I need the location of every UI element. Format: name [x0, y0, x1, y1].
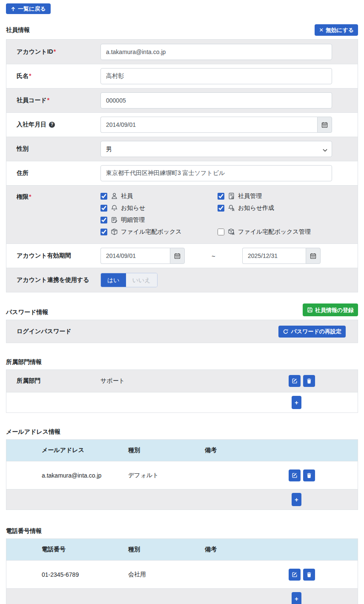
- validity-period-label: アカウント有効期間: [6, 252, 100, 260]
- login-password-row: ログインパスワード パスワードの再設定: [6, 320, 358, 343]
- account-id-label: アカウントID*: [6, 48, 100, 56]
- permission-employee[interactable]: 社員: [100, 192, 218, 200]
- permission-employee-manage-checkbox[interactable]: [218, 193, 224, 200]
- account-id-input[interactable]: [100, 44, 332, 60]
- permission-filebox-checkbox[interactable]: [100, 229, 107, 235]
- pencil-square-icon: [292, 472, 298, 478]
- department-label: 所属部門: [6, 377, 100, 385]
- phone-type-cell: 会社用: [128, 571, 205, 578]
- person-icon: [111, 192, 118, 200]
- department-table: 所属部門 サポート +: [6, 369, 358, 413]
- hire-date-row: 入社年月日?: [6, 112, 358, 137]
- gender-row: 性別 男: [6, 137, 358, 161]
- phone-section-title: 電話番号情報: [6, 527, 42, 535]
- name-label: 氏名*: [6, 72, 100, 80]
- plus-icon: +: [295, 595, 298, 602]
- phone-table: 電話番号 種別 備考 01-2345-6789 会社用 +: [6, 538, 358, 604]
- validity-period-row: アカウント有効期間 ~: [6, 243, 358, 268]
- save-employee-button[interactable]: 社員情報の登録: [303, 303, 358, 316]
- edit-department-button[interactable]: [289, 375, 301, 387]
- permission-employee-manage[interactable]: 社員管理: [218, 192, 332, 200]
- disable-account-button[interactable]: ✕無効にする: [315, 24, 358, 36]
- edit-email-button[interactable]: [289, 469, 301, 481]
- delete-email-button[interactable]: [303, 469, 315, 481]
- email-header-note: 備考: [205, 447, 358, 454]
- email-table: メールアドレス 種別 備考 a.takamura@inta.co.jp デフォル…: [6, 439, 358, 510]
- validity-from-input[interactable]: [100, 248, 170, 264]
- add-phone-button[interactable]: +: [292, 592, 301, 604]
- permission-detail-manage[interactable]: 明細管理: [100, 216, 218, 224]
- validity-to-calendar-button[interactable]: [306, 248, 321, 264]
- hire-date-label: 入社年月日?: [6, 121, 100, 129]
- range-separator: ~: [185, 252, 242, 260]
- employee-form-table: アカウントID* 氏名* 社員コード* 入社年月日?: [6, 39, 358, 292]
- arrow-up-icon: [11, 6, 16, 11]
- validity-to-input[interactable]: [242, 248, 306, 264]
- department-value: サポート: [100, 377, 289, 385]
- permissions-label: 権限*: [6, 192, 100, 201]
- department-add-row: +: [6, 392, 358, 412]
- gender-select[interactable]: 男: [100, 141, 332, 157]
- permissions-row: 権限* 社員 社員管理: [6, 185, 358, 243]
- calendar-icon: [321, 122, 328, 128]
- name-row: 氏名*: [6, 64, 358, 88]
- address-row: 住所: [6, 161, 358, 185]
- account-link-yes-button[interactable]: はい: [101, 273, 126, 287]
- trash-icon: [306, 378, 312, 384]
- permission-filebox[interactable]: ファイル宅配ボックス: [100, 228, 218, 236]
- address-input[interactable]: [100, 165, 332, 181]
- account-link-label: アカウント連携を使用する: [6, 276, 100, 284]
- password-reset-button[interactable]: パスワードの再設定: [278, 326, 346, 338]
- add-department-button[interactable]: +: [292, 396, 301, 409]
- phone-header-number: 電話番号: [6, 546, 128, 553]
- trash-icon: [306, 572, 312, 578]
- email-address-cell: a.takamura@inta.co.jp: [6, 472, 128, 479]
- box-manage-icon: [228, 228, 235, 236]
- permission-filebox-manage[interactable]: ファイル宅配ボックス管理: [218, 228, 332, 236]
- password-section-title: パスワード情報: [6, 309, 48, 316]
- plus-icon: +: [295, 496, 298, 503]
- permission-notice-create[interactable]: お知らせ作成: [218, 204, 332, 212]
- phone-header-type: 種別: [128, 546, 205, 553]
- permission-notice-checkbox[interactable]: [100, 205, 107, 212]
- add-email-button[interactable]: +: [292, 493, 301, 506]
- plus-icon: +: [295, 399, 298, 406]
- permission-employee-checkbox[interactable]: [100, 193, 107, 200]
- phone-number-cell: 01-2345-6789: [6, 571, 128, 578]
- calendar-icon: [174, 253, 181, 259]
- permission-filebox-manage-checkbox[interactable]: [218, 229, 224, 235]
- receipt-icon: [111, 216, 118, 224]
- validity-from-calendar-button[interactable]: [170, 248, 185, 264]
- account-link-no-button[interactable]: いいえ: [126, 273, 157, 287]
- permission-notice-create-checkbox[interactable]: [218, 205, 224, 212]
- employee-code-input[interactable]: [100, 92, 332, 109]
- phone-data-row: 01-2345-6789 会社用: [6, 560, 358, 588]
- page: 一覧に戻る 社員情報 ✕無効にする アカウントID* 氏名*: [0, 0, 364, 604]
- address-label: 住所: [6, 169, 100, 177]
- hire-date-calendar-button[interactable]: [317, 117, 332, 133]
- back-to-list-button[interactable]: 一覧に戻る: [6, 3, 51, 14]
- edit-phone-button[interactable]: [289, 569, 301, 581]
- box-icon: [111, 228, 118, 236]
- delete-department-button[interactable]: [303, 375, 315, 387]
- email-type-cell: デフォルト: [128, 472, 205, 479]
- pencil-square-icon: [292, 378, 298, 384]
- permission-detail-manage-checkbox[interactable]: [100, 217, 107, 223]
- hire-date-input[interactable]: [100, 117, 317, 133]
- help-icon[interactable]: ?: [49, 122, 55, 128]
- delete-phone-button[interactable]: [303, 569, 315, 581]
- employee-section-title: 社員情報: [6, 26, 30, 34]
- pencil-square-icon: [292, 572, 298, 578]
- name-input[interactable]: [100, 68, 332, 84]
- email-section-title: メールアドレス情報: [6, 428, 60, 436]
- phone-add-row: +: [6, 588, 358, 604]
- permission-empty-cell: [218, 216, 332, 224]
- close-icon: ✕: [319, 27, 324, 33]
- phone-header-row: 電話番号 種別 備考: [6, 539, 358, 560]
- employee-code-row: 社員コード*: [6, 88, 358, 112]
- account-link-toggle: はい いいえ: [100, 273, 158, 287]
- account-id-row: アカウントID*: [6, 40, 358, 64]
- permission-notice[interactable]: お知らせ: [100, 204, 218, 212]
- email-header-type: 種別: [128, 447, 205, 454]
- email-add-row: +: [6, 489, 358, 510]
